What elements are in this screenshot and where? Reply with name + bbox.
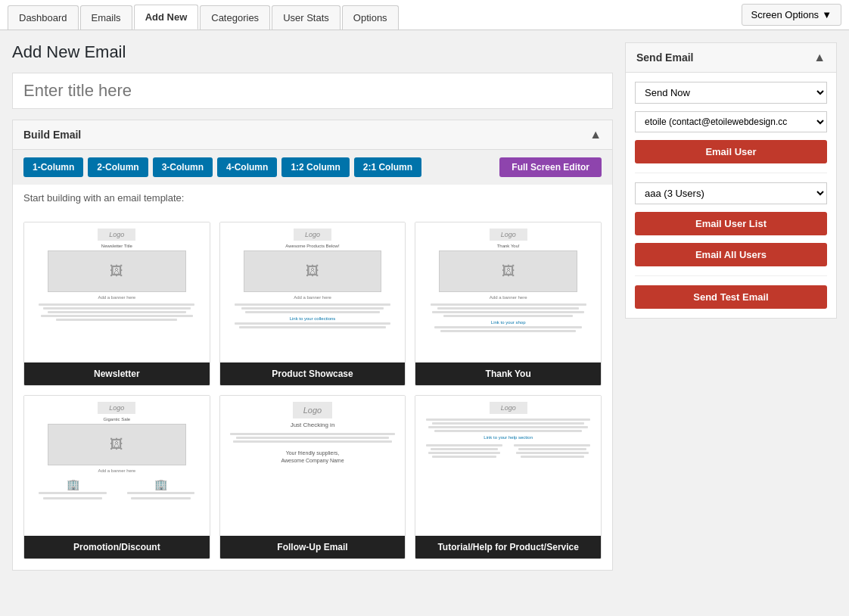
- preview-logo: Logo: [98, 229, 135, 241]
- col-btn-4[interactable]: 4-Column: [217, 157, 277, 177]
- chevron-down-icon: ▼: [822, 9, 832, 20]
- templates-grid: Logo Newsletter Title 🖼 Add a banner her…: [13, 211, 612, 570]
- send-email-box: Send Email ▲ Send Now etoile (contact@et…: [625, 42, 837, 319]
- tab-add-new[interactable]: Add New: [134, 5, 199, 30]
- content-area: Add New Email Build Email ▲ 1-Column 2-C…: [12, 42, 613, 571]
- preview-lines: [30, 302, 204, 322]
- preview-lines-3: [226, 321, 400, 330]
- promotion-preview: Logo Gigantic Sale 🖼 Add a banner here 🏢: [24, 396, 210, 536]
- promotion-label: Promotion/Discount: [24, 536, 210, 558]
- image-icon-3: 🖼: [502, 263, 515, 279]
- col-btn-1-2[interactable]: 1:2 Column: [281, 157, 349, 177]
- preview-title-text: Newsletter Title: [101, 244, 132, 248]
- send-email-header: Send Email ▲: [626, 43, 836, 73]
- top-navigation: Dashboard Emails Add New Categories User…: [0, 0, 849, 30]
- build-email-header: Build Email ▲: [13, 120, 612, 150]
- tutorial-two-col: [421, 443, 595, 459]
- preview-lines-2: [226, 302, 400, 315]
- tutorial-col-1: [421, 443, 506, 459]
- screen-options-button[interactable]: Screen Options ▼: [742, 4, 841, 26]
- template-newsletter[interactable]: Logo Newsletter Title 🖼 Add a banner her…: [23, 222, 210, 386]
- tutorial-label: Tutorial/Help for Product/Service: [415, 536, 601, 558]
- collapse-button[interactable]: ▲: [589, 128, 602, 142]
- page-title: Add New Email: [12, 42, 613, 62]
- template-instruction-text: Start building with an email template:: [13, 185, 612, 211]
- preview-two-col: 🏢 🏢: [30, 478, 204, 501]
- preview-logo-2: Logo: [294, 229, 331, 241]
- send-test-email-button[interactable]: Send Test Email: [635, 285, 827, 309]
- preview-image-block-4: 🖼: [48, 424, 186, 465]
- preview-image-block: 🖼: [48, 250, 186, 292]
- tab-dashboard[interactable]: Dashboard: [8, 5, 79, 30]
- preview-logo-4: Logo: [98, 402, 135, 414]
- preview-image-block-3: 🖼: [439, 250, 577, 292]
- follow-up-label: Follow-Up Email: [220, 536, 406, 558]
- preview-logo-5: Logo: [293, 402, 332, 418]
- send-email-body: Send Now etoile (contact@etoilewebdesign…: [626, 73, 836, 318]
- image-icon-4: 🖼: [110, 437, 123, 453]
- send-now-select[interactable]: Send Now: [635, 82, 827, 104]
- image-icon: 🖼: [110, 263, 123, 279]
- preview-lines-4: [421, 302, 595, 319]
- preview-logo-3: Logo: [490, 229, 527, 241]
- email-user-button[interactable]: Email User: [635, 140, 827, 163]
- preview-banner-label-2: Add a banner here: [294, 295, 331, 300]
- preview-product-title: Awesome Products Below!: [285, 244, 339, 248]
- template-tutorial[interactable]: Logo Link to your help section: [415, 395, 602, 559]
- newsletter-label: Newsletter: [24, 362, 210, 385]
- tab-emails[interactable]: Emails: [80, 5, 132, 30]
- newsletter-preview: Logo Newsletter Title 🖼 Add a banner her…: [24, 222, 210, 362]
- send-email-collapse-button[interactable]: ▲: [813, 51, 826, 64]
- screen-options-label: Screen Options: [751, 9, 819, 20]
- preview-checkin-title: Just Checking in: [291, 422, 335, 428]
- preview-image-block-2: 🖼: [244, 250, 382, 292]
- divider-1: [635, 173, 827, 173]
- preview-friendly-label: Your friendly suppliers,: [286, 450, 340, 456]
- product-showcase-label: Product Showcase: [220, 362, 406, 385]
- column-buttons-bar: 1-Column 2-Column 3-Column 4-Column 1:2 …: [13, 150, 612, 185]
- tab-categories[interactable]: Categories: [200, 5, 270, 30]
- sidebar: Send Email ▲ Send Now etoile (contact@et…: [625, 42, 837, 571]
- product-showcase-preview: Logo Awesome Products Below! 🖼 Add a ban…: [220, 222, 406, 362]
- tutorial-preview: Logo Link to your help section: [415, 396, 601, 536]
- tutorial-col-2: [510, 443, 595, 459]
- tab-user-stats[interactable]: User Stats: [272, 5, 341, 30]
- preview-link-3: Link to your help section: [484, 435, 533, 440]
- full-screen-editor-button[interactable]: Full Screen Editor: [499, 157, 602, 177]
- building-icon-2: 🏢: [154, 478, 167, 490]
- col-btn-1[interactable]: 1-Column: [23, 157, 83, 177]
- preview-banner-label-3: Add a banner here: [490, 295, 527, 300]
- template-follow-up[interactable]: Logo Just Checking in Your friendly supp…: [219, 395, 406, 559]
- email-all-users-button[interactable]: Email All Users: [635, 243, 827, 266]
- build-email-box: Build Email ▲ 1-Column 2-Column 3-Column…: [12, 120, 613, 571]
- template-product-showcase[interactable]: Logo Awesome Products Below! 🖼 Add a ban…: [219, 222, 406, 386]
- preview-logo-6: Logo: [490, 402, 527, 414]
- build-email-title: Build Email: [23, 129, 81, 141]
- col-btn-3[interactable]: 3-Column: [153, 157, 213, 177]
- tab-options[interactable]: Options: [342, 5, 399, 30]
- follow-up-preview: Logo Just Checking in Your friendly supp…: [220, 396, 406, 536]
- col-item-1: 🏢: [30, 478, 115, 501]
- col-item-2: 🏢: [118, 478, 203, 501]
- image-icon-2: 🖼: [306, 263, 319, 279]
- template-thank-you[interactable]: Logo Thank You! 🖼 Add a banner here L: [415, 222, 602, 386]
- preview-banner-label: Add a banner here: [98, 295, 135, 300]
- preview-thankyou-title: Thank You!: [497, 244, 520, 248]
- template-promotion[interactable]: Logo Gigantic Sale 🖼 Add a banner here 🏢: [23, 395, 210, 559]
- email-user-list-button[interactable]: Email User List: [635, 212, 827, 235]
- main-wrapper: Add New Email Build Email ▲ 1-Column 2-C…: [0, 30, 849, 583]
- preview-banner-label-4: Add a banner here: [98, 468, 135, 473]
- building-icon-1: 🏢: [67, 478, 79, 490]
- col-btn-2[interactable]: 2-Column: [88, 157, 148, 177]
- col-btn-2-1[interactable]: 2:1 Column: [354, 157, 421, 177]
- email-user-select[interactable]: etoile (contact@etoilewebdesign.cc: [635, 111, 827, 132]
- preview-company-name: Awesome Company Name: [281, 458, 344, 463]
- preview-promo-title: Gigantic Sale: [103, 417, 130, 422]
- user-list-select[interactable]: aaa (3 Users): [635, 182, 827, 204]
- send-email-title: Send Email: [636, 51, 693, 64]
- thank-you-label: Thank You: [415, 362, 601, 385]
- title-input[interactable]: [12, 73, 613, 109]
- preview-lines-5: [421, 325, 595, 334]
- preview-lines-6: [226, 431, 400, 444]
- divider-2: [635, 275, 827, 276]
